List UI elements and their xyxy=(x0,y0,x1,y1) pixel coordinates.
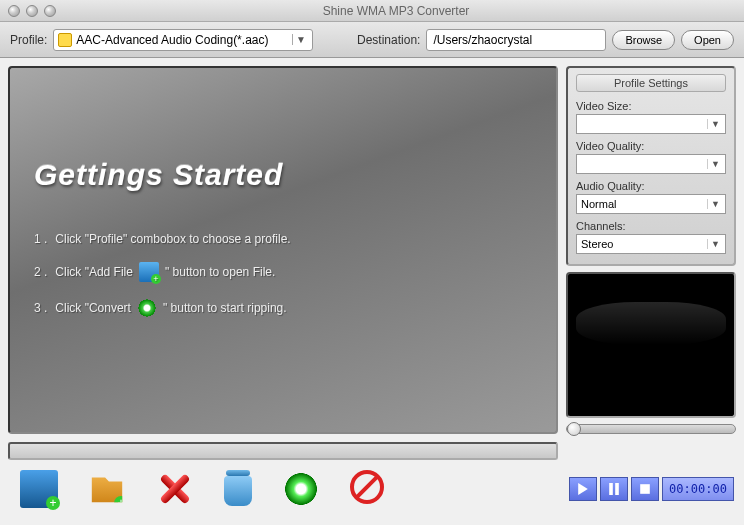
close-icon[interactable] xyxy=(8,5,20,17)
svg-rect-3 xyxy=(640,484,650,494)
convert-button[interactable] xyxy=(282,470,320,508)
browse-button[interactable]: Browse xyxy=(612,30,675,50)
remove-button[interactable] xyxy=(156,470,194,508)
add-folder-button[interactable] xyxy=(88,470,126,508)
guide-step-1: 1 . Click "Profile" combobox to choose a… xyxy=(34,232,532,246)
guide-step-3: 3 . Click "Convert " button to start rip… xyxy=(34,298,532,318)
profile-select[interactable]: AAC-Advanced Audio Coding(*.aac) ▼ xyxy=(53,29,313,51)
audio-quality-select[interactable]: Normal▼ xyxy=(576,194,726,214)
open-button[interactable]: Open xyxy=(681,30,734,50)
svg-rect-2 xyxy=(615,483,619,495)
svg-marker-0 xyxy=(578,483,588,495)
profile-label: Profile: xyxy=(10,33,47,47)
profile-settings-panel: Profile Settings Video Size: ▼ Video Qua… xyxy=(566,66,736,266)
chevron-down-icon: ▼ xyxy=(707,239,723,249)
destination-value: /Users/zhaocrystal xyxy=(433,33,532,47)
status-bar xyxy=(8,442,558,460)
seek-slider[interactable] xyxy=(566,424,736,434)
chevron-down-icon: ▼ xyxy=(707,199,723,209)
video-size-select[interactable]: ▼ xyxy=(576,114,726,134)
minimize-icon[interactable] xyxy=(26,5,38,17)
window-title: Shine WMA MP3 Converter xyxy=(56,4,736,18)
add-file-button[interactable] xyxy=(20,470,58,508)
guide-heading: Gettings Started xyxy=(34,158,532,192)
pause-button[interactable] xyxy=(600,477,628,501)
video-size-label: Video Size: xyxy=(576,100,726,112)
chevron-down-icon: ▼ xyxy=(707,159,723,169)
slider-thumb[interactable] xyxy=(567,422,581,436)
audio-quality-label: Audio Quality: xyxy=(576,180,726,192)
add-file-icon xyxy=(139,262,159,282)
chevron-down-icon: ▼ xyxy=(707,119,723,129)
channels-label: Channels: xyxy=(576,220,726,232)
destination-input[interactable]: /Users/zhaocrystal xyxy=(426,29,606,51)
music-note-icon xyxy=(58,33,72,47)
destination-label: Destination: xyxy=(357,33,420,47)
channels-select[interactable]: Stereo▼ xyxy=(576,234,726,254)
play-button[interactable] xyxy=(569,477,597,501)
profile-value: AAC-Advanced Audio Coding(*.aac) xyxy=(76,33,292,47)
preview-screen xyxy=(566,272,736,418)
convert-icon xyxy=(137,298,157,318)
chevron-down-icon: ▼ xyxy=(292,34,308,45)
guide-step-2: 2 . Click "Add File " button to open Fil… xyxy=(34,262,532,282)
time-display: 00:00:00 xyxy=(662,477,734,501)
stop-playback-button[interactable] xyxy=(631,477,659,501)
getting-started-panel: Gettings Started 1 . Click "Profile" com… xyxy=(8,66,558,434)
clear-button[interactable] xyxy=(224,476,252,506)
video-quality-label: Video Quality: xyxy=(576,140,726,152)
stop-button[interactable] xyxy=(350,470,384,504)
zoom-icon[interactable] xyxy=(44,5,56,17)
settings-title: Profile Settings xyxy=(576,74,726,92)
svg-rect-1 xyxy=(609,483,613,495)
video-quality-select[interactable]: ▼ xyxy=(576,154,726,174)
